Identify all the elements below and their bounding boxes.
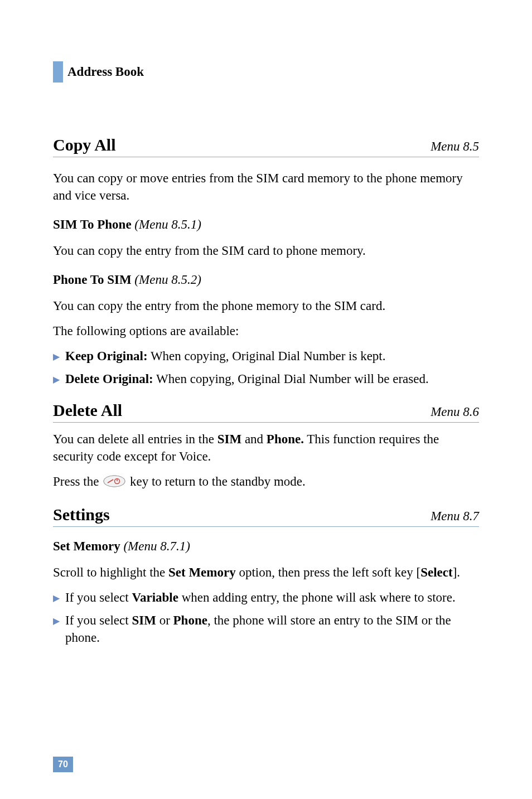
section-copy-all: Copy All Menu 8.5 You can copy or move e… bbox=[53, 135, 479, 388]
header-title: Address Book bbox=[67, 65, 144, 79]
header-accent-bar bbox=[53, 61, 63, 83]
subsection-menu-label: (Menu 8.5.1) bbox=[134, 217, 201, 231]
menu-label: Menu 8.5 bbox=[431, 139, 479, 154]
set-memory-text: Scroll to highlight the Set Memory optio… bbox=[53, 564, 479, 581]
section-title: Copy All bbox=[53, 135, 116, 154]
text-bold: Variable bbox=[132, 590, 178, 604]
triangle-bullet-icon: ▶ bbox=[53, 351, 60, 363]
subsection-menu-label: (Menu 8.5.2) bbox=[134, 273, 201, 287]
subsection-title: SIM To Phone bbox=[53, 217, 132, 231]
text-span: ]. bbox=[453, 565, 460, 579]
text-span: Scroll to highlight the bbox=[53, 565, 168, 579]
text-span: when adding entry, the phone will ask wh… bbox=[178, 590, 456, 604]
text-span: If you select bbox=[65, 590, 132, 604]
bullet-content: Delete Original: When copying, Original … bbox=[65, 370, 479, 388]
page-footer: 70 bbox=[53, 757, 73, 772]
triangle-bullet-icon: ▶ bbox=[53, 615, 60, 627]
subsection-phone-to-sim: Phone To SIM (Menu 8.5.2) bbox=[53, 273, 479, 287]
bullet-content: Keep Original: When copying, Original Di… bbox=[65, 347, 479, 365]
bullet-content: If you select Variable when adding entry… bbox=[65, 589, 479, 606]
text-bold: Set Memory bbox=[168, 565, 236, 579]
section-heading-copy-all: Copy All Menu 8.5 bbox=[53, 135, 479, 157]
power-key-icon bbox=[103, 474, 125, 492]
copy-all-intro: You can copy or move entries from the SI… bbox=[53, 170, 479, 204]
text-span: Press the bbox=[53, 474, 102, 488]
bullet-bold: Delete Original: bbox=[65, 372, 153, 386]
text-bold: Phone. bbox=[267, 432, 304, 446]
subsection-menu-label: (Menu 8.7.1) bbox=[123, 539, 190, 553]
triangle-bullet-icon: ▶ bbox=[53, 374, 60, 386]
phone-to-sim-text2: The following options are available: bbox=[53, 322, 479, 340]
text-span: and bbox=[241, 432, 267, 446]
sim-to-phone-text: You can copy the entry from the SIM card… bbox=[53, 242, 479, 259]
bullet-bold: Keep Original: bbox=[65, 349, 148, 363]
menu-label: Menu 8.6 bbox=[431, 405, 479, 419]
section-title: Settings bbox=[53, 505, 110, 524]
section-heading-delete-all: Delete All Menu 8.6 bbox=[53, 401, 479, 423]
text-span: key to return to the standby mode. bbox=[127, 474, 306, 488]
bullet-sim-or-phone: ▶ If you select SIM or Phone, the phone … bbox=[53, 612, 479, 646]
page-header: Address Book bbox=[53, 61, 479, 83]
text-span: option, then press the left soft key [ bbox=[236, 565, 421, 579]
section-title: Delete All bbox=[53, 401, 122, 420]
text-span: If you select bbox=[65, 613, 132, 627]
text-bold: SIM bbox=[132, 613, 156, 627]
delete-all-text2: Press the key to return to the standby m… bbox=[53, 473, 479, 491]
phone-to-sim-text1: You can copy the entry from the phone me… bbox=[53, 297, 479, 314]
subsection-title: Phone To SIM bbox=[53, 273, 132, 287]
text-span: You can delete all entries in the bbox=[53, 432, 217, 446]
section-settings: Settings Menu 8.7 Set Memory (Menu 8.7.1… bbox=[53, 505, 479, 646]
section-delete-all: Delete All Menu 8.6 You can delete all e… bbox=[53, 401, 479, 491]
subsection-title: Set Memory bbox=[53, 539, 120, 553]
page-number: 70 bbox=[53, 757, 73, 772]
subsection-sim-to-phone: SIM To Phone (Menu 8.5.1) bbox=[53, 217, 479, 232]
menu-label: Menu 8.7 bbox=[431, 509, 479, 524]
bullet-text: When copying, Original Dial Number is ke… bbox=[148, 349, 386, 363]
text-bold: Select bbox=[420, 565, 452, 579]
text-bold: Phone bbox=[173, 613, 207, 627]
section-heading-settings: Settings Menu 8.7 bbox=[53, 505, 479, 527]
bullet-keep-original: ▶ Keep Original: When copying, Original … bbox=[53, 347, 479, 365]
triangle-bullet-icon: ▶ bbox=[53, 592, 60, 604]
bullet-variable: ▶ If you select Variable when adding ent… bbox=[53, 589, 479, 606]
bullet-content: If you select SIM or Phone, the phone wi… bbox=[65, 612, 479, 646]
text-span: or bbox=[156, 613, 173, 627]
bullet-text: When copying, Original Dial Number will … bbox=[153, 372, 429, 386]
bullet-delete-original: ▶ Delete Original: When copying, Origina… bbox=[53, 370, 479, 388]
subsection-set-memory: Set Memory (Menu 8.7.1) bbox=[53, 539, 479, 554]
delete-all-text1: You can delete all entries in the SIM an… bbox=[53, 430, 479, 465]
text-bold: SIM bbox=[217, 432, 241, 446]
